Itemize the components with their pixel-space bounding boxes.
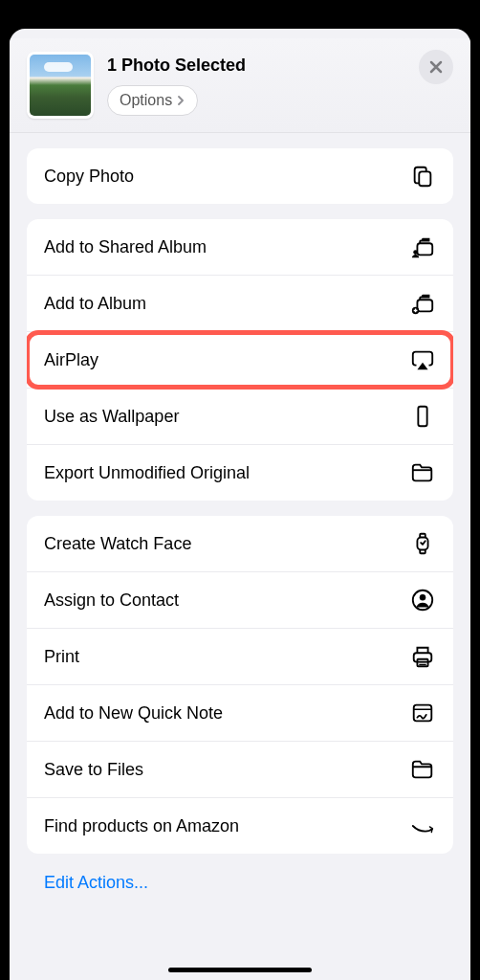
folder-icon bbox=[409, 756, 436, 783]
save-files-row[interactable]: Save to Files bbox=[27, 741, 453, 797]
actions-list: Copy Photo Add to Shared Album Add to Al… bbox=[10, 133, 470, 980]
close-icon bbox=[428, 59, 444, 75]
action-group: Copy Photo bbox=[27, 148, 453, 204]
svg-rect-3 bbox=[417, 300, 432, 311]
svg-rect-0 bbox=[419, 171, 430, 186]
contact-icon bbox=[409, 587, 436, 613]
add-album-row[interactable]: Add to Album bbox=[27, 275, 453, 331]
svg-point-2 bbox=[413, 250, 418, 255]
add-album-icon bbox=[409, 290, 436, 317]
share-sheet-header: 1 Photo Selected Options bbox=[10, 38, 470, 133]
action-group: Create Watch Face Assign to Contact Prin… bbox=[27, 516, 453, 854]
print-row[interactable]: Print bbox=[27, 628, 453, 684]
row-label: Print bbox=[44, 647, 79, 667]
row-label: Copy Photo bbox=[44, 167, 134, 187]
airplay-row[interactable]: AirPlay bbox=[27, 331, 453, 388]
assign-contact-row[interactable]: Assign to Contact bbox=[27, 571, 453, 628]
row-label: AirPlay bbox=[44, 350, 98, 370]
chevron-right-icon bbox=[176, 96, 185, 105]
row-label: Add to New Quick Note bbox=[44, 703, 223, 724]
amazon-row[interactable]: Find products on Amazon bbox=[27, 797, 453, 854]
shared-album-icon bbox=[409, 234, 436, 260]
options-button[interactable]: Options bbox=[107, 85, 198, 116]
wallpaper-row[interactable]: Use as Wallpaper bbox=[27, 388, 453, 444]
options-label: Options bbox=[120, 92, 172, 109]
airplay-icon bbox=[409, 346, 436, 373]
row-label: Use as Wallpaper bbox=[44, 407, 179, 427]
watch-face-row[interactable]: Create Watch Face bbox=[27, 516, 453, 571]
watch-icon bbox=[409, 530, 436, 557]
svg-rect-5 bbox=[418, 407, 426, 426]
export-original-row[interactable]: Export Unmodified Original bbox=[27, 444, 453, 501]
row-label: Export Unmodified Original bbox=[44, 463, 250, 483]
copy-photo-row[interactable]: Copy Photo bbox=[27, 148, 453, 204]
print-icon bbox=[409, 643, 436, 670]
selection-title: 1 Photo Selected bbox=[107, 56, 405, 76]
row-label: Find products on Amazon bbox=[44, 816, 239, 836]
quick-note-icon bbox=[409, 700, 436, 726]
quick-note-row[interactable]: Add to New Quick Note bbox=[27, 684, 453, 741]
edit-actions-link[interactable]: Edit Actions... bbox=[27, 869, 453, 901]
svg-rect-1 bbox=[417, 243, 432, 255]
row-label: Create Watch Face bbox=[44, 534, 191, 554]
photo-thumbnail bbox=[27, 52, 94, 119]
wallpaper-icon bbox=[409, 403, 436, 430]
close-button[interactable] bbox=[419, 50, 453, 84]
row-label: Assign to Contact bbox=[44, 590, 179, 611]
row-label: Save to Files bbox=[44, 760, 143, 780]
add-shared-album-row[interactable]: Add to Shared Album bbox=[27, 219, 453, 275]
amazon-icon bbox=[409, 813, 436, 839]
action-group: Add to Shared Album Add to Album AirPlay bbox=[27, 219, 453, 501]
row-label: Add to Shared Album bbox=[44, 237, 207, 257]
copy-icon bbox=[409, 163, 436, 189]
row-label: Add to Album bbox=[44, 294, 146, 314]
folder-icon bbox=[409, 459, 436, 486]
home-indicator[interactable] bbox=[168, 968, 312, 972]
svg-point-8 bbox=[420, 594, 426, 601]
